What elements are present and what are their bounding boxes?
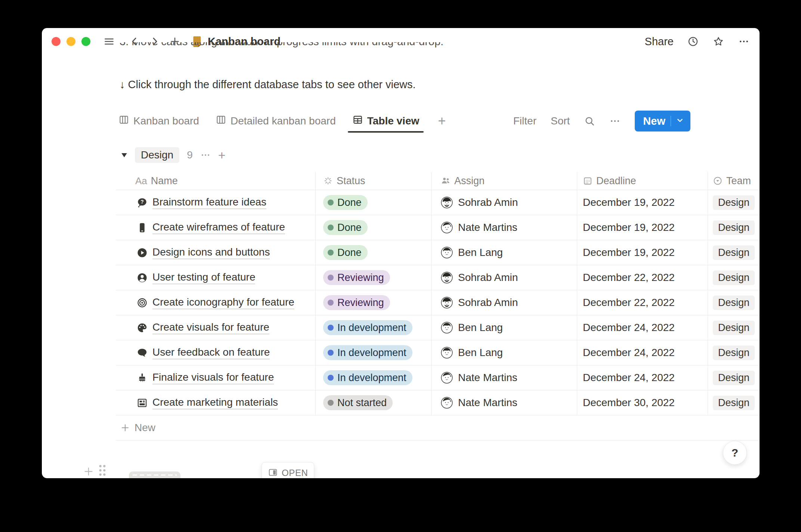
status-dot [328,200,334,205]
clipped-bottom-element[interactable] [129,471,180,478]
column-header-assign[interactable]: Assign [432,172,577,190]
name-cell[interactable]: User testing of feature [116,265,316,290]
team-cell[interactable]: Design [708,215,760,240]
name-cell[interactable]: Create wireframes of feature [116,215,316,240]
name-cell[interactable]: Create visuals for feature [116,315,316,340]
team-cell[interactable]: Design [708,190,760,215]
group-add-button[interactable]: + [218,149,226,161]
status-dot [328,300,334,306]
assign-cell[interactable]: Sohrab Amin [432,265,577,290]
team-cell[interactable]: Design [708,365,760,390]
assign-cell[interactable]: Ben Lang [432,340,577,365]
status-cell[interactable]: In development [316,315,432,340]
table-view-icon [352,114,363,128]
team-cell[interactable]: Design [708,290,760,315]
add-view-button[interactable]: + [438,114,446,128]
smartphone-icon [137,222,148,233]
team-cell[interactable]: Design [708,340,760,365]
close-button[interactable] [52,37,61,46]
assign-cell[interactable]: Ben Lang [432,315,577,340]
open-row-button[interactable]: OPEN [262,462,314,478]
assign-cell[interactable]: Sohrab Amin [432,190,577,215]
minimize-button[interactable] [67,37,75,46]
database-table: Aa Name Status Assign Deadline Team [116,172,760,440]
status-cell[interactable]: Reviewing [316,290,432,315]
board-view-icon [216,114,226,128]
deadline-cell[interactable]: December 19, 2022 [577,240,708,265]
assign-cell[interactable]: Nate Martins [432,390,577,415]
zoom-button[interactable] [81,37,90,46]
team-cell[interactable]: Design [708,390,760,415]
name-cell[interactable]: ? Brainstorm feature ideas [116,190,316,215]
picture-frame-icon [137,398,148,408]
titlebar-actions: Share [645,35,750,48]
deadline-cell[interactable]: December 24, 2022 [577,315,708,340]
deadline-cell[interactable]: December 22, 2022 [577,265,708,290]
status-cell[interactable]: Done [316,215,432,240]
table-row: Create iconography for feature Reviewing… [116,290,760,315]
assign-cell[interactable]: Sohrab Amin [432,290,577,315]
avatar [441,372,453,384]
deadline-cell[interactable]: December 30, 2022 [577,390,708,415]
database-options-icon[interactable] [609,115,621,127]
name-cell[interactable]: User feedback on feature [116,340,316,365]
name-cell[interactable]: Design icons and buttons [116,240,316,265]
assign-cell[interactable]: Nate Martins [432,365,577,390]
drag-handle-icon[interactable] [98,464,107,477]
new-row-button[interactable]: New [116,415,760,440]
add-row-margin-button[interactable] [83,466,94,477]
team-cell[interactable]: Design [708,265,760,290]
status-dot [328,225,334,231]
traffic-lights [52,37,90,46]
deadline-cell[interactable]: December 19, 2022 [577,215,708,240]
team-cell[interactable]: Design [708,315,760,340]
column-header-name[interactable]: Aa Name [116,172,316,190]
board-view-icon [118,114,129,128]
tab-detailed-kanban-board[interactable]: Detailed kanban board [216,109,336,133]
avatar [441,197,453,208]
status-dot [328,325,334,331]
filter-button[interactable]: Filter [513,115,536,127]
deadline-cell[interactable]: December 22, 2022 [577,290,708,315]
avatar [441,247,453,259]
new-button[interactable]: New [635,111,690,132]
team-cell[interactable]: Design [708,240,760,265]
status-cell[interactable]: Done [316,240,432,265]
tab-kanban-board[interactable]: Kanban board [118,109,199,133]
avatar [441,297,453,309]
sort-button[interactable]: Sort [551,115,570,127]
status-dot [328,275,334,281]
group-name-badge[interactable]: Design [135,147,179,163]
more-options-icon[interactable] [738,35,750,47]
column-header-deadline[interactable]: Deadline [577,172,708,190]
status-dot [328,250,334,256]
help-button[interactable]: ? [723,441,747,465]
deadline-cell[interactable]: December 24, 2022 [577,340,708,365]
name-cell[interactable]: Create iconography for feature [116,290,316,315]
updates-clock-icon[interactable] [687,35,699,47]
name-cell[interactable]: Finalize visuals for feature [116,365,316,390]
tab-table-view[interactable]: Table view [352,109,420,133]
status-cell[interactable]: Not started [316,390,432,415]
share-button[interactable]: Share [645,35,674,48]
favorite-star-icon[interactable] [712,35,724,47]
deadline-cell[interactable]: December 19, 2022 [577,190,708,215]
play-circle-icon [137,247,148,258]
status-cell[interactable]: In development [316,365,432,390]
collapse-triangle-icon[interactable] [121,152,127,158]
status-cell[interactable]: In development [316,340,432,365]
assign-cell[interactable]: Ben Lang [432,240,577,265]
deadline-cell[interactable]: December 24, 2022 [577,365,708,390]
status-cell[interactable]: Done [316,190,432,215]
name-cell[interactable]: Create marketing materials [116,390,316,415]
avatar [441,272,453,284]
status-cell[interactable]: Reviewing [316,265,432,290]
sidebar-menu-icon[interactable] [103,35,115,47]
column-header-status[interactable]: Status [316,172,432,190]
speech-bubble-icon [137,347,148,358]
column-header-team[interactable]: Team [708,172,760,190]
chevron-down-icon[interactable] [676,117,684,126]
assign-cell[interactable]: Nate Martins [432,215,577,240]
group-options-icon[interactable] [200,150,211,160]
search-icon[interactable] [584,115,595,127]
